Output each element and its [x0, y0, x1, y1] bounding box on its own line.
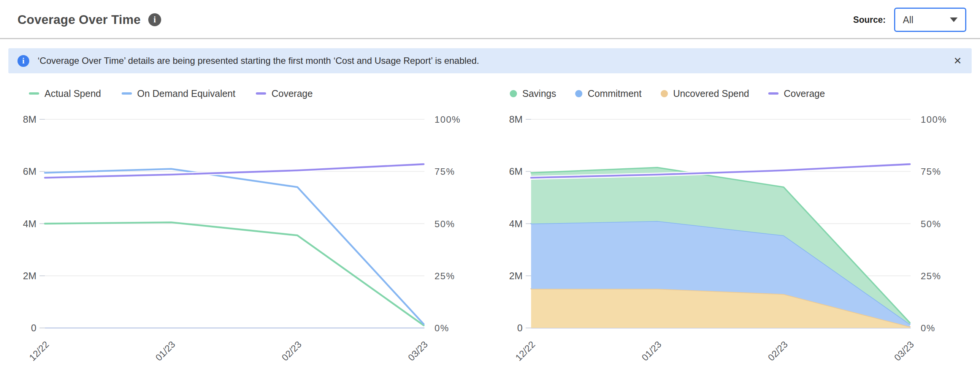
series-actual-spend-line [45, 222, 423, 325]
svg-text:4M: 4M [23, 218, 36, 229]
legend-label: Actual Spend [45, 88, 101, 99]
svg-text:8M: 8M [509, 114, 522, 125]
svg-text:100%: 100% [434, 114, 461, 125]
svg-text:50%: 50% [921, 219, 941, 229]
legend-item-commitment[interactable]: Commitment [575, 88, 642, 99]
legend-label: On Demand Equivalent [137, 88, 235, 99]
spend-lines-legend: Actual SpendOn Demand EquivalentCoverage [5, 86, 488, 101]
legend-item-coverage[interactable]: Coverage [256, 88, 312, 99]
legend-label: Savings [522, 88, 556, 99]
svg-text:12/22: 12/22 [27, 339, 51, 363]
svg-text:2M: 2M [23, 270, 36, 281]
source-filter: Source: All [853, 8, 966, 32]
svg-text:03/23: 03/23 [406, 339, 430, 363]
svg-text:75%: 75% [434, 167, 455, 177]
info-icon: i [18, 55, 29, 67]
svg-text:2M: 2M [509, 270, 522, 281]
legend-label: Coverage [784, 88, 825, 99]
legend-label: Commitment [588, 88, 642, 99]
legend-dash-icon [122, 92, 132, 95]
legend-dash-icon [768, 92, 778, 95]
legend-label: Uncovered Spend [673, 88, 749, 99]
svg-text:0: 0 [517, 322, 522, 333]
coverage-stack-chart-panel: SavingsCommitmentUncovered SpendCoverage… [492, 86, 975, 377]
source-dropdown[interactable]: All [894, 8, 966, 32]
svg-text:01/23: 01/23 [154, 339, 177, 363]
legend-dash-icon [256, 92, 266, 95]
svg-text:50%: 50% [434, 219, 455, 229]
coverage-stack-legend: SavingsCommitmentUncovered SpendCoverage [492, 86, 975, 101]
legend-item-on-demand-equivalent[interactable]: On Demand Equivalent [122, 88, 235, 99]
series-on-demand-equivalent-line [45, 169, 423, 324]
page-title: Coverage Over Time [18, 13, 141, 27]
header-divider [0, 38, 980, 39]
legend-item-uncovered-spend[interactable]: Uncovered Spend [661, 88, 749, 99]
svg-text:6M: 6M [509, 166, 522, 177]
chevron-down-icon [950, 17, 958, 22]
svg-text:25%: 25% [434, 271, 455, 281]
svg-text:0: 0 [31, 322, 36, 333]
svg-text:0%: 0% [434, 323, 449, 333]
legend-item-coverage[interactable]: Coverage [768, 88, 825, 99]
svg-text:02/23: 02/23 [280, 339, 303, 363]
svg-text:03/23: 03/23 [892, 339, 916, 363]
legend-item-savings[interactable]: Savings [510, 88, 556, 99]
svg-text:4M: 4M [509, 218, 522, 229]
info-banner: i ‘Coverage Over Time’ details are being… [8, 48, 972, 73]
coverage-stack-chart: 8M100%6M75%4M50%2M25%00%12/2201/2302/230… [492, 101, 975, 377]
source-label: Source: [853, 15, 886, 25]
legend-dash-icon [29, 92, 39, 95]
svg-text:25%: 25% [921, 271, 941, 281]
svg-text:6M: 6M [23, 166, 36, 177]
legend-label: Coverage [271, 88, 312, 99]
svg-text:100%: 100% [921, 114, 947, 125]
page-header: Coverage Over Time i Source: All [0, 0, 980, 38]
spend-lines-chart: 8M100%6M75%4M50%2M25%00%12/2201/2302/230… [5, 101, 488, 377]
legend-circle-icon [510, 90, 517, 97]
svg-text:75%: 75% [921, 167, 941, 177]
legend-circle-icon [661, 90, 668, 97]
source-dropdown-value: All [903, 14, 913, 25]
svg-text:0%: 0% [921, 323, 935, 333]
svg-text:8M: 8M [23, 114, 36, 125]
svg-text:01/23: 01/23 [640, 339, 663, 363]
legend-circle-icon [575, 90, 582, 97]
close-icon[interactable]: ✕ [953, 56, 962, 66]
svg-text:02/23: 02/23 [766, 339, 789, 363]
svg-text:12/22: 12/22 [513, 339, 537, 363]
spend-lines-chart-panel: Actual SpendOn Demand EquivalentCoverage… [5, 86, 488, 377]
legend-item-actual-spend[interactable]: Actual Spend [29, 88, 101, 99]
charts-row: Actual SpendOn Demand EquivalentCoverage… [0, 86, 980, 377]
info-banner-text: ‘Coverage Over Time’ details are being p… [38, 56, 479, 66]
info-icon[interactable]: i [148, 13, 161, 26]
